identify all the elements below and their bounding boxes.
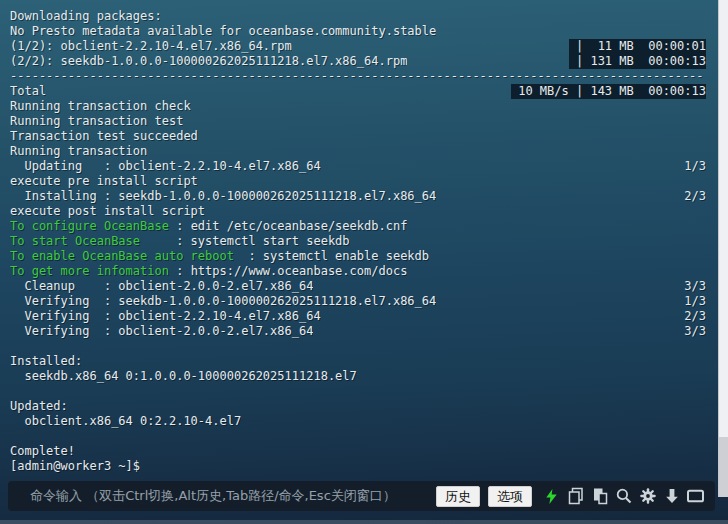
terminal-line: To get more infomation : https://www.oce… [10,264,706,279]
settings-gear-icon[interactable] [638,487,657,506]
terminal-output[interactable]: Downloading packages:No Presto metadata … [10,9,706,474]
terminal-line: (2/2): seekdb-1.0.0.0-100000262025111218… [10,54,706,69]
terminal-line: execute post install script [10,204,706,219]
copy-icon[interactable] [566,487,585,506]
terminal-line [10,339,706,354]
web-terminal-window: Downloading packages:No Presto metadata … [0,0,728,524]
terminal-line: obclient.x86_64 0:2.2.10-4.el7 [10,414,706,429]
terminal-line: Updating : obclient-2.2.10-4.el7.x86_641… [10,159,706,174]
window-icon[interactable] [686,487,705,506]
terminal-line [10,429,706,444]
command-input[interactable]: 命令输入 （双击Ctrl切换,Alt历史,Tab路径/命令,Esc关闭窗口） [30,487,396,505]
terminal-line: Transaction test succeeded [10,129,706,144]
terminal-line: (1/2): obclient-2.2.10-4.el7.x86_64.rpm|… [10,39,706,54]
command-toolbar: 命令输入 （双击Ctrl切换,Alt历史,Tab路径/命令,Esc关闭窗口） 历… [8,481,715,511]
terminal-line: To configure OceanBase : edit /etc/ocean… [10,219,706,234]
terminal-line: Verifying : seekdb-1.0.0.0-1000002620251… [10,294,706,309]
terminal-line: To start OceanBase : systemctl start see… [10,234,706,249]
terminal-line: Complete! [10,444,706,459]
terminal-line: Updated: [10,399,706,414]
download-icon[interactable] [662,487,681,506]
terminal-line: Downloading packages: [10,9,706,24]
terminal-line: Verifying : obclient-2.0.0-2.el7.x86_643… [10,324,706,339]
options-button[interactable]: 选项 [488,486,532,507]
terminal-line: Running transaction check [10,99,706,114]
terminal-line: execute pre install script [10,174,706,189]
connection-lightning-icon[interactable] [542,487,561,506]
terminal-line: Total10 MB/s | 143 MB 00:00:13 [10,84,706,99]
window-bottom-edge [0,520,728,524]
terminal-line: Verifying : obclient-2.2.10-4.el7.x86_64… [10,309,706,324]
paste-icon[interactable] [590,487,609,506]
terminal-line: To enable OceanBase auto reboot : system… [10,249,706,264]
history-button[interactable]: 历史 [436,486,480,507]
terminal-line: Installing : seekdb-1.0.0.0-100000262025… [10,189,706,204]
search-icon[interactable] [614,487,633,506]
terminal-line [10,384,706,399]
scrollbar[interactable] [718,0,728,497]
toolbar-icons [542,487,705,506]
terminal-line: Running transaction test [10,114,706,129]
terminal-line: seekdb.x86_64 0:1.0.0.0-1000002620251112… [10,369,706,384]
terminal-line: Running transaction [10,144,706,159]
terminal-line: Installed: [10,354,706,369]
scrollbar-thumb[interactable] [719,437,728,497]
terminal-line: Cleanup : obclient-2.0.0-2.el7.x86_643/3 [10,279,706,294]
terminal-line: [admin@worker3 ~]$ [10,459,706,474]
terminal-line: ----------------------------------------… [10,69,706,84]
terminal-line: No Presto metadata available for oceanba… [10,24,706,39]
